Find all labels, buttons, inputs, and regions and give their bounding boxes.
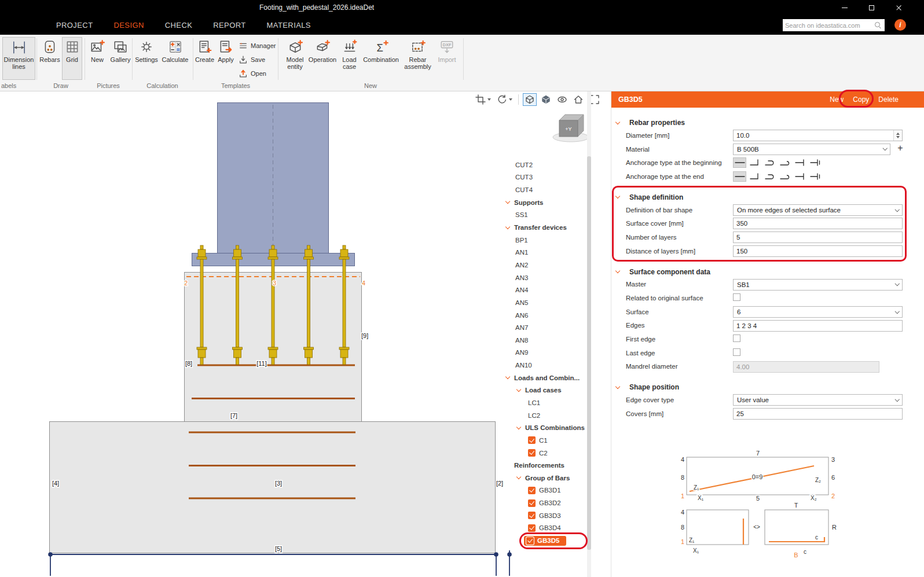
tree-item[interactable]: AN1 bbox=[503, 246, 587, 259]
calculate-button[interactable]: Calculate bbox=[159, 37, 191, 80]
gallery-button[interactable]: Gallery bbox=[109, 37, 132, 80]
spinner-down-icon[interactable] bbox=[896, 136, 900, 138]
tree-item[interactable]: AN3 bbox=[503, 271, 587, 284]
tree-item[interactable]: CUT4 bbox=[503, 183, 587, 196]
anchorage-hook-135-icon[interactable] bbox=[778, 171, 791, 182]
tree-group-loads[interactable]: Loads and Combin... bbox=[503, 372, 587, 384]
combination-button[interactable]: Σ Combination bbox=[363, 37, 399, 80]
chevron-down-icon[interactable] bbox=[516, 387, 521, 392]
steel-column[interactable] bbox=[192, 103, 355, 266]
crop-tool-button[interactable] bbox=[474, 93, 493, 106]
tree-group-group-of-bars[interactable]: Group of Bars bbox=[503, 472, 587, 484]
surface-cover-input[interactable] bbox=[733, 218, 903, 229]
copy-button[interactable]: Copy bbox=[853, 95, 869, 104]
tree-item[interactable]: AN6 bbox=[503, 309, 587, 322]
anchorage-straight-icon[interactable] bbox=[733, 157, 746, 168]
minimize-button[interactable] bbox=[831, 0, 858, 16]
template-open-button[interactable]: Open bbox=[239, 67, 266, 80]
tree-item-checkbox[interactable] bbox=[528, 499, 536, 507]
delete-button[interactable]: Delete bbox=[878, 95, 899, 104]
material-dropdown[interactable]: B 500B bbox=[733, 144, 890, 155]
chevron-down-icon[interactable] bbox=[505, 199, 510, 204]
first-edge-checkbox[interactable] bbox=[733, 335, 740, 342]
scrollbar-thumb[interactable] bbox=[587, 156, 591, 550]
spinner-up-icon[interactable] bbox=[896, 133, 900, 135]
diameter-spinner[interactable] bbox=[893, 130, 902, 141]
tree-item[interactable]: LC2 bbox=[503, 409, 587, 422]
covers-input[interactable] bbox=[733, 408, 903, 420]
chevron-down-icon[interactable] bbox=[516, 475, 521, 479]
edge-cover-dropdown[interactable]: User value bbox=[733, 394, 903, 406]
tree-item-selected[interactable]: GB3D5 bbox=[503, 534, 587, 547]
menu-materials[interactable]: MATERIALS bbox=[267, 21, 311, 30]
close-button[interactable] bbox=[885, 0, 912, 16]
menu-project[interactable]: PROJECT bbox=[56, 21, 93, 30]
rebar-assembly-button[interactable]: Rebar assembly bbox=[401, 37, 435, 80]
template-save-button[interactable]: Save bbox=[239, 53, 265, 66]
anchorage-perpendicular-icon[interactable] bbox=[793, 171, 806, 182]
tree-item-checkbox[interactable] bbox=[528, 436, 536, 444]
tree-item[interactable]: C1 bbox=[503, 434, 587, 447]
anchorage-head-plate-icon[interactable] bbox=[808, 171, 822, 182]
tree-group-supports[interactable]: Supports bbox=[503, 196, 587, 209]
model-entity-button[interactable]: Model entity bbox=[281, 37, 309, 80]
tree-item[interactable]: GB3D1 bbox=[503, 484, 587, 497]
settings-button[interactable]: Settings bbox=[134, 37, 159, 80]
tree-scrollbar[interactable] bbox=[587, 91, 591, 577]
last-edge-checkbox[interactable] bbox=[733, 348, 740, 356]
chevron-down-icon[interactable] bbox=[505, 374, 510, 379]
tree-group-load-cases[interactable]: Load cases bbox=[503, 384, 587, 397]
tree-item[interactable]: AN10 bbox=[503, 359, 587, 372]
tree-item[interactable]: CUT3 bbox=[503, 171, 587, 184]
tree-item[interactable]: BP1 bbox=[503, 234, 587, 247]
tree-group-transfer-devices[interactable]: Transfer devices bbox=[503, 221, 587, 234]
menu-design[interactable]: DESIGN bbox=[113, 21, 144, 30]
anchorage-bend-90-icon[interactable] bbox=[748, 171, 761, 182]
tree-item-checkbox[interactable] bbox=[528, 487, 536, 494]
tree-item[interactable]: LC1 bbox=[503, 396, 587, 409]
template-manager-button[interactable]: Manager bbox=[239, 39, 276, 52]
section-shape-position[interactable]: Shape position bbox=[611, 381, 924, 393]
search-box[interactable] bbox=[783, 19, 885, 31]
surface-dropdown[interactable]: 6 bbox=[733, 306, 903, 318]
operation-button[interactable]: Operation bbox=[309, 37, 336, 80]
chevron-down-icon[interactable] bbox=[516, 425, 521, 429]
layer-distance-input[interactable] bbox=[733, 245, 903, 257]
search-input[interactable] bbox=[784, 21, 874, 30]
tree-item[interactable]: AN7 bbox=[503, 321, 587, 334]
create-template-button[interactable]: Create bbox=[195, 37, 215, 80]
tree-item-checkbox[interactable] bbox=[528, 524, 536, 532]
diameter-input[interactable] bbox=[733, 130, 903, 141]
tree-group-reinforcements[interactable]: Reinforcements bbox=[503, 459, 587, 472]
menu-check[interactable]: CHECK bbox=[165, 21, 193, 30]
grid-button[interactable]: Grid bbox=[62, 37, 82, 80]
tree-group-uls-combinations[interactable]: ULS Combinations bbox=[503, 421, 587, 434]
tree-item-checkbox[interactable] bbox=[528, 449, 536, 457]
search-icon[interactable] bbox=[874, 21, 882, 29]
tree-item-checkbox[interactable] bbox=[528, 512, 536, 519]
anchorage-bend-90-icon[interactable] bbox=[748, 157, 761, 168]
anchorage-straight-icon[interactable] bbox=[733, 171, 746, 182]
chevron-down-icon[interactable] bbox=[615, 194, 620, 199]
anchorage-hook-180-icon[interactable] bbox=[763, 157, 776, 168]
bar-shape-dropdown[interactable]: On more edges of selected surface bbox=[733, 204, 903, 216]
tree-item[interactable]: AN2 bbox=[503, 259, 587, 271]
tree-item[interactable]: AN8 bbox=[503, 334, 587, 347]
chevron-down-icon[interactable] bbox=[615, 269, 620, 273]
tree-item[interactable]: AN9 bbox=[503, 347, 587, 359]
footing-block[interactable] bbox=[50, 422, 496, 553]
edges-input[interactable] bbox=[733, 320, 903, 332]
master-dropdown[interactable]: SB1 bbox=[733, 279, 903, 291]
tree-item[interactable]: GB3D3 bbox=[503, 509, 587, 522]
chevron-down-icon[interactable] bbox=[615, 119, 620, 124]
help-icon[interactable]: i bbox=[894, 19, 906, 31]
new-button[interactable]: New bbox=[830, 95, 844, 104]
chevron-down-icon[interactable] bbox=[615, 384, 620, 389]
anchorage-hook-180-icon[interactable] bbox=[763, 171, 776, 182]
section-shape-definition[interactable]: Shape definition bbox=[611, 192, 924, 203]
section-surface-component-data[interactable]: Surface component data bbox=[611, 266, 924, 278]
maximize-button[interactable] bbox=[858, 0, 885, 16]
section-rebar-properties[interactable]: Rebar properties bbox=[611, 117, 924, 128]
rebars-button[interactable]: Rebars bbox=[39, 37, 61, 80]
layers-input[interactable] bbox=[733, 231, 903, 243]
